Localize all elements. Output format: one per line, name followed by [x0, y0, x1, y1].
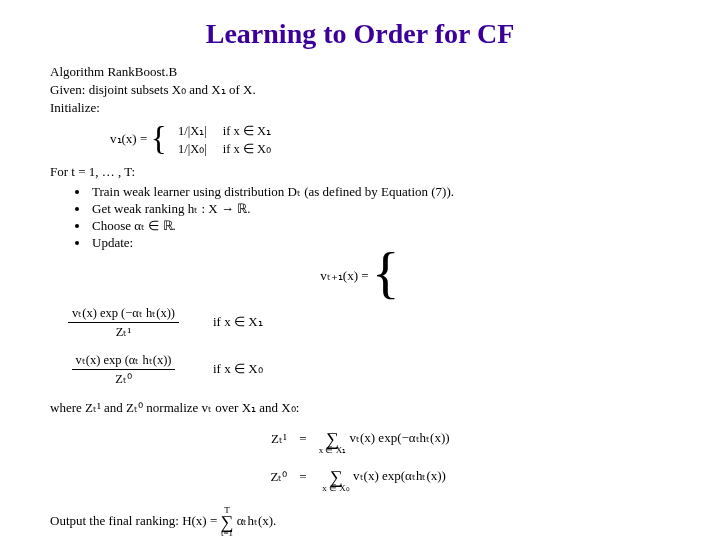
update-equation: vₜ₊₁(x) = { vₜ(x) exp (−αₜ hₜ(x)) Zₜ¹ if… — [50, 257, 670, 394]
bullet-alpha: Choose αₜ ∈ ℝ. — [90, 218, 670, 234]
output-line: Output the final ranking: H(x) = T ∑ t=1… — [50, 506, 670, 538]
init-label: Initialize: — [50, 100, 670, 116]
init-equation: v₁(x) = { 1/|X₁| if x ∈ X₁ 1/|X₀| if x ∈… — [110, 122, 670, 158]
z1-sum-under: x ∈ X₁ — [319, 446, 347, 455]
sum-icon-1: ∑ x ∈ X₁ — [319, 423, 347, 455]
for-line: For t = 1, … , T: — [50, 164, 670, 180]
brace-huge-icon: { — [372, 253, 400, 294]
given-line: Given: disjoint subsets X₀ and X₁ of X. — [50, 82, 670, 98]
update-frac0: vₜ(x) exp (αₜ hₜ(x)) Zₜ⁰ — [72, 352, 176, 387]
output-term: αₜhₜ(x). — [237, 513, 277, 528]
update-cases: vₜ(x) exp (−αₜ hₜ(x)) Zₜ¹ if x ∈ X₁ vₜ(x… — [50, 298, 281, 394]
z-table: Zₜ¹ = ∑ x ∈ X₁ vₜ(x) exp(−αₜhₜ(x)) Zₜ⁰ = — [264, 420, 455, 496]
init-cases: 1/|X₁| if x ∈ X₁ 1/|X₀| if x ∈ X₀ — [170, 122, 279, 158]
bullet-train: Train weak learner using distribution Dₜ… — [90, 184, 670, 200]
update-num1: vₜ(x) exp (−αₜ hₜ(x)) — [68, 305, 179, 323]
slide-container: Learning to Order for CF Algorithm RankB… — [0, 0, 720, 540]
z0-sum-under: x ∈ X₀ — [322, 484, 350, 493]
init-cond0: if x ∈ X₀ — [215, 140, 279, 158]
brace-icon: { — [151, 124, 167, 151]
init-case0: 1/|X₀| — [170, 140, 215, 158]
output-sum-bot: t=1 — [221, 529, 234, 538]
init-case1: 1/|X₁| — [170, 122, 215, 140]
z0-rhs: vₜ(x) exp(αₜhₜ(x)) — [353, 468, 446, 483]
init-cond1: if x ∈ X₁ — [215, 122, 279, 140]
sum-icon-out: T ∑ t=1 — [221, 506, 234, 538]
update-frac1: vₜ(x) exp (−αₜ hₜ(x)) Zₜ¹ — [68, 305, 179, 340]
z1-rhs: vₜ(x) exp(−αₜhₜ(x)) — [349, 430, 449, 445]
page-title: Learning to Order for CF — [50, 18, 670, 50]
eq-sign-2: = — [293, 458, 312, 496]
z-equations: Zₜ¹ = ∑ x ∈ X₁ vₜ(x) exp(−αₜhₜ(x)) Zₜ⁰ = — [50, 420, 670, 496]
update-lhs: vₜ₊₁(x) = — [320, 268, 368, 283]
update-den0: Zₜ⁰ — [72, 370, 176, 387]
z1-lhs: Zₜ¹ — [264, 420, 293, 458]
init-lhs: v₁(x) = — [110, 131, 147, 146]
update-cond0: if x ∈ X₀ — [197, 347, 279, 392]
algorithm-name: Algorithm RankBoost.B — [50, 64, 670, 80]
update-cond1: if x ∈ X₁ — [197, 300, 279, 345]
bullet-ranking: Get weak ranking hₜ : X → ℝ. — [90, 201, 670, 217]
z0-lhs: Zₜ⁰ — [264, 458, 293, 496]
output-prefix: Output the final ranking: H(x) = — [50, 513, 217, 528]
update-den1: Zₜ¹ — [68, 323, 179, 340]
sum-icon-2: ∑ x ∈ X₀ — [322, 461, 350, 493]
where-line: where Zₜ¹ and Zₜ⁰ normalize vₜ over X₁ a… — [50, 400, 670, 416]
eq-sign-1: = — [293, 420, 312, 458]
update-num0: vₜ(x) exp (αₜ hₜ(x)) — [72, 352, 176, 370]
